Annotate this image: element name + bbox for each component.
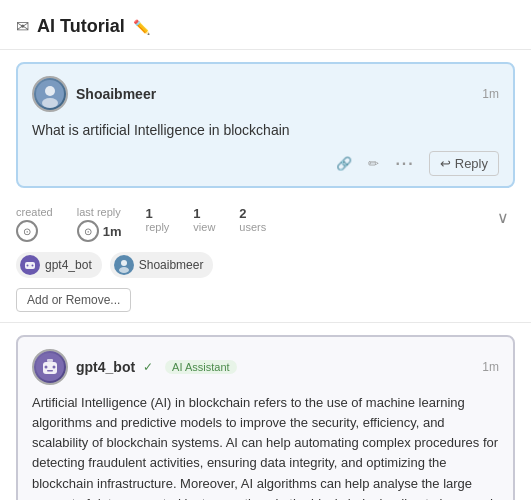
post1-reply-button[interactable]: ↩ Reply — [429, 151, 499, 176]
add-remove-button[interactable]: Add or Remove... — [16, 288, 131, 312]
shoaibmeer-avatar — [114, 255, 134, 275]
svg-point-5 — [27, 265, 29, 267]
second-post-card: gpt4_bot ✓ AI Assistant 1m Artificial In… — [16, 335, 515, 500]
participant-gpt4bot[interactable]: gpt4_bot — [16, 252, 102, 278]
post2-username: gpt4_bot — [76, 359, 135, 375]
last-reply-icon: ⊙ — [77, 220, 99, 242]
post1-reply-arrow: ↩ — [440, 156, 451, 171]
svg-point-8 — [121, 260, 127, 266]
post1-link-icon[interactable]: 🔗 — [334, 154, 354, 173]
participants-row: gpt4_bot Shoaibmeer — [16, 252, 515, 278]
post1-edit-icon[interactable]: ✏ — [366, 154, 381, 173]
svg-point-1 — [45, 86, 55, 96]
user-label: users — [239, 221, 266, 233]
post1-body: What is artificial Intelligence in block… — [32, 120, 499, 141]
first-post-container: Shoaibmeer 1m What is artificial Intelli… — [0, 50, 531, 200]
created-icon: ⊙ — [16, 220, 38, 242]
created-value-row: ⊙ — [16, 220, 38, 242]
post1-username: Shoaibmeer — [76, 86, 156, 102]
stats-section: created ⊙ last reply ⊙ 1m 1 reply 1 — [0, 200, 531, 323]
stats-row: created ⊙ last reply ⊙ 1m 1 reply 1 — [16, 206, 266, 242]
participant-shoaibmeer[interactable]: Shoaibmeer — [110, 252, 214, 278]
post2-badge: AI Assistant — [165, 360, 236, 374]
stat-reply: 1 reply — [146, 206, 170, 235]
post2-avatar — [32, 349, 68, 385]
svg-point-12 — [45, 366, 48, 369]
stat-users: 2 users — [239, 206, 266, 235]
edit-title-icon[interactable]: ✏️ — [133, 19, 150, 35]
chevron-button[interactable]: ∨ — [491, 206, 515, 229]
stat-last-reply: last reply ⊙ 1m — [77, 206, 122, 242]
reply-count: 1 — [146, 206, 153, 221]
created-label: created — [16, 206, 53, 218]
second-post-container: gpt4_bot ✓ AI Assistant 1m Artificial In… — [0, 323, 531, 500]
mail-icon: ✉ — [16, 17, 29, 36]
page-title: AI Tutorial — [37, 16, 125, 37]
page-header: ✉ AI Tutorial ✏️ — [0, 0, 531, 50]
svg-point-9 — [119, 267, 129, 273]
gpt4bot-name: gpt4_bot — [45, 258, 92, 272]
shoaibmeer-name: Shoaibmeer — [139, 258, 204, 272]
svg-point-13 — [53, 366, 56, 369]
svg-rect-14 — [47, 370, 53, 372]
svg-point-6 — [32, 265, 34, 267]
post1-actions: 🔗 ✏ ··· ↩ Reply — [32, 151, 499, 176]
view-count: 1 — [193, 206, 200, 221]
gpt4bot-avatar — [20, 255, 40, 275]
post1-timestamp: 1m — [482, 87, 499, 101]
last-reply-time: 1m — [103, 224, 122, 239]
post2-body: Artificial Intelligence (AI) in blockcha… — [32, 393, 499, 500]
svg-point-2 — [42, 98, 58, 108]
last-reply-label: last reply — [77, 206, 121, 218]
post1-avatar — [32, 76, 68, 112]
first-post-card: Shoaibmeer 1m What is artificial Intelli… — [16, 62, 515, 188]
post1-reply-label: Reply — [455, 156, 488, 171]
svg-rect-15 — [47, 359, 53, 362]
reply-label: reply — [146, 221, 170, 233]
post2-verified-icon: ✓ — [143, 360, 153, 374]
user-count: 2 — [239, 206, 246, 221]
last-reply-value-row: ⊙ 1m — [77, 220, 122, 242]
stat-created: created ⊙ — [16, 206, 53, 242]
stat-view: 1 view — [193, 206, 215, 235]
post1-more-icon[interactable]: ··· — [393, 153, 416, 175]
view-label: view — [193, 221, 215, 233]
post2-timestamp: 1m — [482, 360, 499, 374]
